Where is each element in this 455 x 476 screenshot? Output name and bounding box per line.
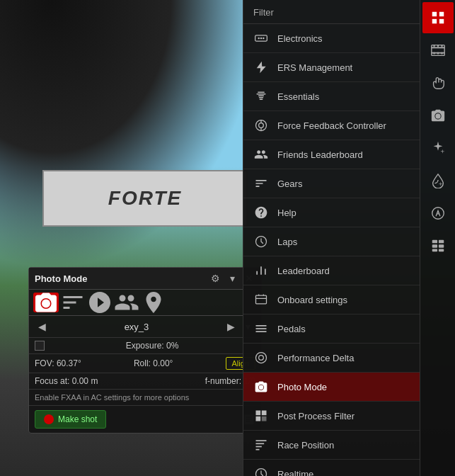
pm-nav-left[interactable]: ◀ — [35, 319, 49, 334]
svg-rect-24 — [256, 449, 260, 450]
tab-target[interactable] — [87, 293, 113, 312]
pm-hint: Enable FXAA in AC settings for more opti… — [29, 390, 261, 406]
filter-item-post-process[interactable]: Post Process Filter — [243, 402, 420, 431]
filter-label-laps: Laps — [277, 237, 410, 247]
filter-item-leaderboard[interactable]: Leaderboard — [243, 256, 420, 285]
pm-makeshot-button[interactable]: Make shot — [35, 410, 106, 429]
friends-icon — [253, 147, 269, 162]
pm-focus-row: Focus at: 0.00 m f-number: 1/0 — [29, 373, 261, 390]
pm-exposure-row: Exposure: 0% — [29, 338, 261, 354]
pm-makeshot-label: Make shot — [58, 414, 97, 424]
pm-fov-label: FOV: 60.37° — [35, 358, 81, 368]
sidebar-btn-grid2[interactable] — [422, 230, 454, 261]
filter-label-race-position: Race Position — [277, 440, 410, 450]
filter-label-help: Help — [277, 208, 410, 218]
tab-people[interactable] — [114, 293, 139, 312]
svg-rect-47 — [441, 45, 442, 47]
filter-item-performance-delta[interactable]: Performance Delta — [243, 344, 420, 373]
svg-rect-13 — [256, 331, 267, 332]
sidebar-btn-drops[interactable] — [422, 165, 454, 196]
svg-point-14 — [256, 353, 267, 363]
svg-rect-38 — [432, 12, 436, 16]
pm-collapse-icon[interactable]: ▾ — [226, 272, 238, 285]
pm-exposure-checkbox[interactable] — [35, 341, 45, 351]
sidebar-btn-photo[interactable] — [422, 100, 454, 131]
sidebar-btn-grid[interactable] — [422, 2, 454, 33]
leaderboard-icon — [253, 263, 269, 278]
pm-settings-icon[interactable]: ⚙ — [209, 272, 221, 285]
filter-item-help[interactable]: Help — [243, 198, 420, 227]
filter-item-onboard[interactable]: Onboard settings — [243, 285, 420, 314]
tab-sliders[interactable] — [60, 293, 86, 312]
pm-fov-row: FOV: 60.37° Roll: 0.00° Align — [29, 354, 261, 373]
pm-roll-label: Roll: 0.00° — [134, 358, 173, 368]
svg-rect-49 — [437, 52, 439, 55]
filter-label-photo-mode: Photo Mode — [277, 382, 410, 392]
svg-point-52 — [432, 208, 444, 220]
tab-location[interactable] — [141, 293, 166, 312]
svg-rect-19 — [256, 416, 261, 421]
photo-mode-icon — [253, 379, 269, 395]
gears-icon — [253, 176, 269, 191]
svg-rect-56 — [438, 244, 443, 248]
tab-camera[interactable] — [33, 293, 59, 312]
filter-item-essentials[interactable]: Essentials — [243, 82, 420, 111]
help-icon — [253, 205, 269, 220]
svg-rect-54 — [438, 240, 443, 244]
filter-label-pedals: Pedals — [277, 324, 410, 334]
filter-header: Filter — [243, 0, 420, 24]
electronics-icon — [253, 30, 269, 46]
svg-point-6 — [259, 123, 264, 128]
svg-rect-55 — [432, 244, 437, 248]
filter-item-race-position[interactable]: Race Position — [243, 431, 420, 460]
svg-rect-40 — [432, 19, 436, 23]
svg-rect-20 — [262, 416, 267, 421]
svg-rect-41 — [439, 19, 443, 23]
svg-point-15 — [259, 356, 264, 361]
sidebar-btn-hand[interactable] — [422, 67, 454, 98]
svg-point-3 — [260, 38, 263, 40]
svg-point-51 — [435, 113, 440, 118]
svg-rect-22 — [256, 443, 265, 445]
filter-item-force-feedback[interactable]: Force Feedback Controller — [243, 111, 420, 140]
svg-rect-46 — [437, 45, 439, 47]
filter-label-force-feedback: Force Feedback Controller — [277, 120, 410, 131]
filter-label-gears: Gears — [277, 178, 410, 189]
sidebar-btn-film[interactable] — [422, 35, 454, 66]
svg-rect-17 — [256, 411, 261, 416]
filter-item-realtime[interactable]: Realtime — [243, 460, 420, 476]
filter-label-essentials: Essentials — [277, 91, 410, 102]
svg-rect-10 — [256, 295, 267, 304]
sidebar-btn-sparkle[interactable] — [422, 132, 454, 164]
svg-point-0 — [42, 300, 50, 308]
force-feedback-icon — [253, 118, 269, 133]
svg-rect-57 — [432, 249, 437, 252]
pedals-icon — [253, 321, 269, 336]
svg-rect-53 — [432, 240, 437, 244]
svg-rect-50 — [441, 52, 442, 55]
filter-label-ers: ERS Management — [277, 62, 410, 73]
filter-item-photo-mode[interactable]: Photo Mode — [243, 373, 420, 402]
filter-label-performance-delta: Performance Delta — [277, 353, 410, 363]
filter-dropdown: Filter Electronics ERS Management Essent… — [243, 0, 420, 476]
filter-label-realtime: Realtime — [277, 469, 410, 477]
onboard-icon — [253, 292, 269, 307]
car-arch-overlay — [0, 0, 262, 269]
pm-nav-right-arrow[interactable]: ▶ — [224, 319, 238, 334]
filter-item-electronics[interactable]: Electronics — [243, 24, 420, 53]
filter-label-post-process: Post Process Filter — [277, 411, 410, 421]
filter-item-gears[interactable]: Gears — [243, 169, 420, 198]
svg-rect-58 — [438, 249, 443, 252]
filter-item-laps[interactable]: Laps — [243, 227, 420, 256]
svg-rect-39 — [439, 12, 443, 16]
pm-titlebar: Photo Mode ⚙ ▾ ✕ — [29, 268, 261, 290]
sidebar-btn-circle-a[interactable] — [422, 198, 454, 229]
filter-item-pedals[interactable]: Pedals — [243, 314, 420, 344]
performance-delta-icon — [253, 350, 269, 366]
pm-nav-row: ◀ exy_3 ▶ ▾ — [29, 316, 261, 338]
filter-item-friends[interactable]: Friends Leaderboard — [243, 140, 420, 169]
svg-point-16 — [259, 385, 264, 390]
essentials-icon — [253, 89, 269, 104]
filter-item-ers[interactable]: ERS Management — [243, 53, 420, 82]
svg-point-2 — [258, 38, 260, 40]
